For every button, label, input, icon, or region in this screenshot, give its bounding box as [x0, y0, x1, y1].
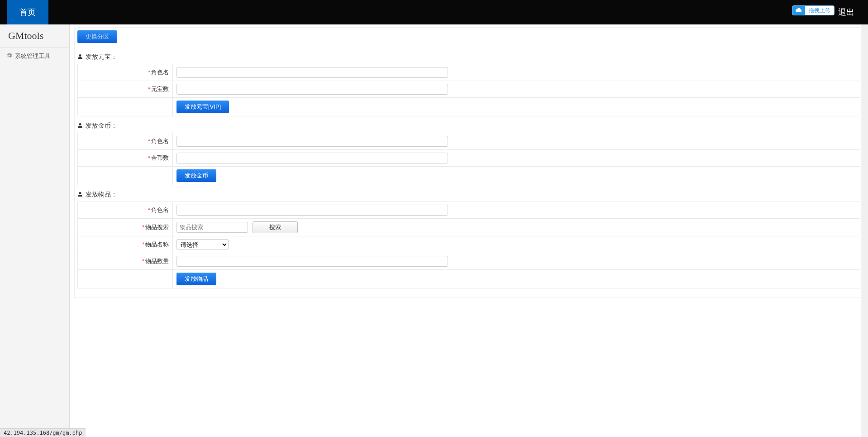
sidebar-item-label: 系统管理工具 [15, 52, 50, 60]
sidebar: GMtools 系统管理工具 [0, 24, 70, 428]
label-item-role-name: 角色名 [151, 206, 169, 213]
label-item-search: 物品搜索 [145, 224, 169, 231]
yuanbao-role-name-input[interactable] [176, 67, 448, 78]
section-yuanbao-head: 发放元宝： [77, 53, 860, 61]
label-item-name: 物品名称 [145, 241, 169, 248]
label-yuanbao-amount: 元宝数 [151, 86, 169, 92]
nav-home[interactable]: 首页 [7, 0, 48, 24]
gold-submit-button[interactable]: 发放金币 [176, 169, 216, 182]
item-form: *角色名 *物品搜索 搜索 *物品名称 [77, 202, 860, 288]
scrollbar[interactable] [861, 0, 868, 428]
label-gold-amount: 金币数 [151, 154, 169, 161]
item-role-name-input[interactable] [176, 205, 448, 216]
nav-home-label: 首页 [19, 7, 36, 18]
label-gold-role-name: 角色名 [151, 138, 169, 144]
yuanbao-form: *角色名 *元宝数 发放元宝[VIP] [77, 64, 860, 116]
cloud-icon [792, 6, 805, 15]
zone-switch-label: 更换分区 [86, 33, 109, 40]
item-name-select[interactable]: 请选择 [176, 239, 229, 250]
yuanbao-amount-input[interactable] [176, 84, 448, 95]
person-icon [77, 53, 83, 61]
sidebar-item-system-tools[interactable]: 系统管理工具 [0, 48, 69, 65]
section-gold-title: 发放金币： [86, 122, 117, 130]
content: 更换分区 发放元宝： *角色名 *元宝数 [70, 24, 868, 428]
main-layout: GMtools 系统管理工具 更换分区 发放元宝： [0, 24, 868, 428]
yuanbao-submit-button[interactable]: 发放元宝[VIP] [176, 101, 229, 113]
label-item-quantity: 物品数量 [145, 258, 169, 264]
upload-badge[interactable]: 拖拽上传 [792, 5, 835, 15]
section-item: 发放物品： *角色名 *物品搜索 搜索 *物品 [77, 191, 860, 288]
person-icon [77, 191, 83, 198]
section-gold: 发放金币： *角色名 *金币数 发放金币 [77, 122, 860, 185]
gold-amount-input[interactable] [176, 153, 448, 163]
item-search-input[interactable] [176, 222, 248, 233]
gold-role-name-input[interactable] [176, 136, 448, 147]
label-role-name: 角色名 [151, 69, 169, 76]
nav-logout[interactable]: 退出 [838, 7, 854, 18]
nav-logout-label: 退出 [838, 8, 854, 17]
gold-form: *角色名 *金币数 发放金币 [77, 133, 860, 185]
top-navbar: 首页 admin 退出 [0, 0, 868, 24]
content-panel: 更换分区 发放元宝： *角色名 *元宝数 [74, 27, 863, 298]
person-icon [77, 122, 83, 130]
zone-switch-button[interactable]: 更换分区 [77, 30, 117, 43]
section-yuanbao-title: 发放元宝： [86, 53, 117, 61]
section-yuanbao: 发放元宝： *角色名 *元宝数 发放元宝[VIP] [77, 53, 860, 116]
item-quantity-input[interactable] [176, 256, 448, 267]
item-submit-button[interactable]: 发放物品 [176, 273, 216, 285]
item-search-button[interactable]: 搜索 [253, 221, 298, 233]
section-gold-head: 发放金币： [77, 122, 860, 130]
upload-badge-text: 拖拽上传 [805, 6, 834, 15]
sidebar-brand: GMtools [0, 24, 69, 48]
section-item-head: 发放物品： [77, 191, 860, 199]
section-item-title: 发放物品： [86, 191, 117, 199]
gear-icon [6, 53, 12, 60]
